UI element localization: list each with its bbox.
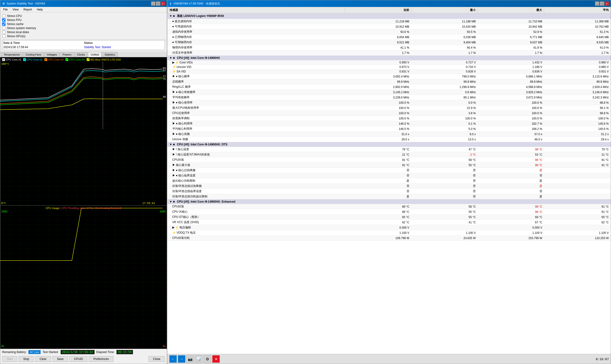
- aida-close-btn[interactable]: ✕: [161, 1, 165, 6]
- val-pkg-critical-min: 否: [411, 189, 478, 194]
- hwinfo-settings-btn[interactable]: ⚙: [204, 355, 211, 363]
- table-row: ▶ 核心最大值 91 °C 55 °C 98 °C 91 °C: [167, 163, 611, 168]
- val-pkg-power-limit-current: 是: [345, 194, 411, 199]
- val-cpu-ia-avg: 91 °C: [544, 209, 611, 215]
- section-cpu-voltage: ▼ ■ CPU [#0]: Intel Core i9-14900HX: [167, 55, 611, 61]
- stress-sysmem-checkbox[interactable]: [2, 26, 5, 30]
- val-core-freq-current: 3,092.4 MHz: [345, 74, 411, 79]
- table-body: ▼ ■ 系统 LENOVO Legion Y9000P IRX9 ● 提交虚拟内…: [167, 13, 611, 241]
- val-cpu-pkg-current: 91 °C: [345, 157, 411, 163]
- aida-maximize-btn[interactable]: □: [156, 1, 160, 6]
- cpuid-button[interactable]: CPUID: [69, 356, 87, 362]
- cpu-usage-title: CPU Usage: [46, 207, 59, 209]
- save-button[interactable]: Save: [53, 356, 68, 362]
- sensor-core-critical: ▶ ● 核心临界温度: [167, 173, 345, 178]
- val-vddq-tx-current: 1.100 V: [345, 230, 411, 235]
- val-vr-vcc-min: 41 °C: [411, 220, 478, 225]
- preferences-button[interactable]: Preferences: [89, 356, 113, 362]
- legend-core3-checkbox[interactable]: [44, 58, 47, 61]
- start-button[interactable]: Start: [2, 356, 17, 362]
- col-sensor: 传感器: [167, 7, 345, 13]
- val-avail-ram-current: 9,521 MB: [345, 40, 411, 45]
- table-row: 最大CPU/线程使用率 100.0 % 22.9 % 100.0 % 99.1 …: [167, 105, 611, 111]
- val-ram-usage-min: 40.4 %: [411, 45, 478, 50]
- stress-cpu-checkbox[interactable]: [2, 14, 5, 18]
- table-row: 物理内存使用率 41.1 % 40.4 % 41.8 % 41.0 %: [167, 45, 611, 50]
- hwinfo-nav-prev[interactable]: ←: [169, 355, 177, 363]
- bottom-bar: Remaining Battery: AC Line Test Started:…: [0, 349, 167, 364]
- table-row: 封装/环形总线功耗超出限制 是 否 是: [167, 194, 611, 199]
- val-core-multi-avg: 31.2 x: [544, 131, 611, 137]
- stress-localdisks-checkbox[interactable]: [2, 30, 5, 34]
- table-row: 封装/环形总线过热降频 否 否 是: [167, 183, 611, 189]
- table-row: 总线频率 99.8 MHz 99.8 MHz 99.8 MHz 99.8 MHz: [167, 79, 611, 84]
- table-row: CPU封装 91 °C 58 °C 98 °C 91 °C: [167, 157, 611, 163]
- val-vram-usage-max: 52.9 %: [478, 29, 544, 35]
- tab-unified[interactable]: Unified: [88, 52, 101, 57]
- battery-row: Remaining Battery: AC Line Test Started:…: [2, 350, 165, 354]
- hwinfo-chart-btn[interactable]: 📊: [195, 355, 203, 363]
- clear-button[interactable]: Clear: [35, 356, 51, 362]
- legend-core2: CPU Core #2: [23, 58, 42, 61]
- stress-cache-checkbox[interactable]: [2, 22, 5, 26]
- tab-clocks[interactable]: Clocks: [74, 52, 88, 57]
- col-max: 最大: [478, 7, 544, 13]
- hwinfo-nav-next[interactable]: →: [178, 355, 185, 363]
- sensor-max-thread-usage: 最大CPU/线程使用率: [167, 105, 345, 111]
- menu-view[interactable]: View: [11, 7, 21, 12]
- val-voltage-offset-avg: [544, 225, 611, 230]
- tab-temperatures[interactable]: Temperatures: [1, 52, 22, 57]
- hwinfo-close-btn[interactable]: ✕: [605, 1, 609, 6]
- legend-ssd-checkbox[interactable]: [87, 58, 89, 61]
- col-current: 当前: [345, 7, 411, 13]
- aida-title: System Stability Test - AIDA64: [6, 2, 45, 5]
- usage-pct-right-top: 100%: [160, 210, 166, 213]
- hwinfo-screenshot-btn[interactable]: 📷: [186, 355, 194, 363]
- aida-menu-bar: File View Report Help: [0, 7, 167, 13]
- legend-core2-checkbox[interactable]: [23, 58, 26, 61]
- stress-gpu-checkbox[interactable]: [2, 35, 5, 38]
- sensor-table[interactable]: 传感器 当前 最小 最大 平均 ▼ ■ 系统 LENOVO Legion Y90…: [167, 7, 611, 354]
- val-cpu-ia-min: 55 °C: [411, 209, 478, 215]
- sensor-avail-ram: ● 可用物理内存: [167, 40, 345, 45]
- val-cpu-total-min: 3.8 %: [411, 111, 478, 116]
- sensor-avg-core-util: 平均核心利用率: [167, 126, 345, 131]
- val-core-util-max: 182.7 %: [478, 121, 544, 126]
- val-cpu-gt-avg: 65 °C: [544, 215, 611, 220]
- aida-minimize-btn[interactable]: _: [151, 1, 155, 6]
- sensor-used-ram: ● 已用物理内存: [167, 35, 345, 40]
- hwinfo-minimize-btn[interactable]: _: [595, 1, 599, 6]
- table-row: ▶ ● 核心倍频 31.0 x 8.0 x 57.0 x 31.2 x: [167, 131, 611, 137]
- val-ring-freq-min: 1,296.8 MHz: [411, 84, 478, 90]
- hwinfo-close-btn[interactable]: ✕: [212, 355, 220, 363]
- menu-file[interactable]: File: [1, 7, 10, 12]
- val-power-limit-max: 是: [478, 178, 544, 183]
- close-button[interactable]: Close: [149, 356, 165, 362]
- val-sa-vid-min: 0.828 V: [411, 69, 478, 74]
- val-core-util-avg: 145.6 %: [544, 121, 611, 126]
- stress-localdisks-row: Stress local disks: [2, 30, 165, 34]
- table-row: ▶ ● 核心频率 3,092.4 MHz 798.0 MHz 5,686.1 M…: [167, 74, 611, 79]
- stress-fpu-checkbox[interactable]: [2, 18, 5, 22]
- legend-core1-checkbox[interactable]: [2, 58, 5, 61]
- val-core-vids-min: 0.727 V: [411, 60, 478, 65]
- val-vram-usage-min: 50.5 %: [411, 29, 478, 35]
- menu-help[interactable]: Help: [35, 7, 45, 12]
- hwinfo-maximize-btn[interactable]: □: [600, 1, 604, 6]
- tab-cooling-fans[interactable]: Cooling Fans: [23, 52, 44, 57]
- val-tjmax-diff-max: 53 °C: [478, 152, 544, 157]
- tab-statistics[interactable]: Statistics: [102, 52, 118, 57]
- legend-core4-checkbox[interactable]: [65, 58, 68, 61]
- action-bar: Start Stop Clear Save CPUID Preferences …: [2, 355, 165, 363]
- val-cpu-gt-min: 55 °C: [411, 215, 478, 220]
- sensor-core-max: ▶ 核心最大值: [167, 163, 345, 168]
- stop-button[interactable]: Stop: [19, 356, 34, 362]
- val-pkg-power-limit-avg: [544, 194, 611, 199]
- tab-powers[interactable]: Powers: [60, 52, 74, 57]
- menu-report[interactable]: Report: [21, 7, 34, 12]
- val-used-ram-avg: 6,640 MB: [544, 35, 611, 40]
- table-row: Ring/LLC 频率 2,892.9 MHz 1,296.8 MHz 4,58…: [167, 84, 611, 90]
- table-row: ● 已用物理内存 6,654 MB 6,538 MB 6,771 MB 6,64…: [167, 35, 611, 40]
- tab-voltages[interactable]: Voltages: [44, 52, 59, 57]
- val-core-usage-max: 100.0 %: [478, 100, 544, 105]
